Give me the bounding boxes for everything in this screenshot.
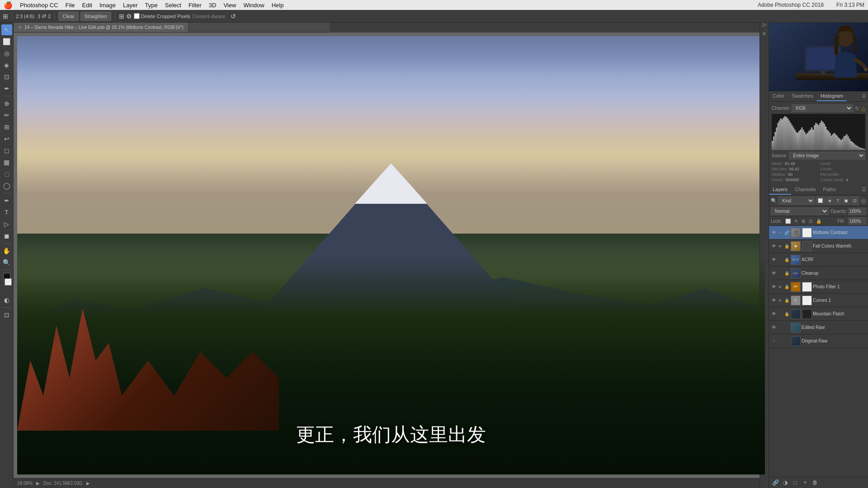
opacity-input[interactable] (848, 208, 866, 215)
reset-icon[interactable]: ↺ (231, 13, 236, 20)
layer-item[interactable]: 👁 🔒 ACR ACRF (769, 253, 868, 267)
background-color[interactable] (5, 278, 12, 286)
delete-layer-icon[interactable]: 🗑 (811, 479, 820, 487)
grid-icon[interactable]: ⊞ (119, 13, 124, 20)
kind-filter-select[interactable]: Kind (778, 197, 815, 205)
layer-lock-icon[interactable]: 🔒 (783, 297, 790, 304)
layer-expand[interactable]: ▶ (778, 297, 783, 304)
tab-paths[interactable]: Paths (820, 185, 840, 195)
layer-item[interactable]: 👁 ▶ 🔒 ◈ Fall Colors Warmth (769, 239, 868, 253)
tab-histogram[interactable]: Histogram (817, 91, 847, 101)
channel-select[interactable]: RGB Red Green Blue (792, 104, 853, 112)
layer-item[interactable]: 👁 🔒 IMG Cleanup (769, 267, 868, 280)
layer-visibility-toggle[interactable]: 👁 (771, 338, 777, 344)
filter-type-icon[interactable]: T (835, 197, 842, 205)
layer-lock-icon[interactable]: 🔒 (783, 284, 790, 290)
status-arrow2[interactable]: ▶ (86, 481, 90, 486)
layer-lock-icon[interactable]: 🔒 (783, 270, 790, 277)
dodge-tool[interactable]: ◯ (1, 180, 12, 191)
menu-item-filter[interactable]: Filter (189, 2, 202, 9)
menu-item-image[interactable]: Image (99, 2, 116, 9)
clone-stamp-tool[interactable]: ⊞ (1, 122, 12, 132)
document-tab[interactable]: ✕ 14 – Sierra Nevada Hike – Live Edit.ps… (14, 23, 189, 32)
path-select-tool[interactable]: ▷ (1, 219, 12, 230)
layer-visibility-toggle[interactable]: 👁 (771, 243, 777, 249)
layer-lock-icon[interactable]: 🔒 (783, 257, 790, 263)
layer-expand[interactable]: ▶ (778, 243, 783, 249)
add-adjustment-icon[interactable]: ◑ (781, 479, 790, 487)
history-brush-tool[interactable]: ↩ (1, 133, 12, 144)
lock-pixel-icon[interactable]: ⬜ (785, 219, 791, 224)
filter-adjust-icon[interactable]: ◈ (826, 197, 834, 205)
layer-item[interactable]: 👁 ▶ 🔒 PF Photo Filter 1 (769, 280, 868, 294)
blend-mode-select[interactable]: Normal Multiply Screen Overlay (771, 207, 829, 215)
tab-color[interactable]: Color (769, 91, 788, 101)
zoom-tool[interactable]: 🔍 (1, 257, 12, 268)
lock-all-icon[interactable]: 🔒 (816, 219, 821, 224)
tab-layers[interactable]: Layers (769, 185, 791, 195)
filter-smart-icon[interactable]: ⊡ (851, 197, 859, 205)
layer-filters-icon[interactable]: 🔗 (771, 479, 780, 487)
crop-tool[interactable]: ⊡ (1, 71, 12, 82)
layer-item[interactable]: 👁 🔒 Mountain Patch (769, 307, 868, 321)
status-arrow[interactable]: ▶ (36, 481, 40, 486)
quick-mask-mode[interactable]: ◐ (1, 295, 12, 305)
clear-button[interactable]: Clear (58, 12, 78, 21)
menu-item-edit[interactable]: Edit (82, 2, 92, 9)
layer-item[interactable]: 👁 ▶ 🔗 ☰ Midtone Contrast (769, 226, 868, 239)
blur-tool[interactable]: ◌ (1, 169, 12, 179)
layer-visibility-toggle[interactable]: 👁 (771, 297, 777, 304)
add-layer-icon[interactable]: + (801, 479, 810, 487)
filter-pixel-icon[interactable]: ⬜ (816, 197, 825, 205)
pen-tool[interactable]: ✒ (1, 195, 12, 206)
marquee-tool[interactable]: ⬜ (1, 36, 12, 47)
layer-visibility-toggle[interactable]: 👁 (771, 311, 777, 317)
straighten-button[interactable]: Straighten (80, 12, 111, 21)
layer-visibility-toggle[interactable]: 👁 (771, 324, 777, 331)
layer-visibility-toggle[interactable]: 👁 (771, 230, 777, 236)
healing-tool[interactable]: ⊕ (1, 98, 12, 109)
delete-cropped-checkbox[interactable] (134, 13, 140, 19)
delete-cropped-label[interactable]: Delete Cropped Pixels (134, 13, 190, 19)
fill-input[interactable] (848, 217, 866, 225)
panel-icon-3[interactable]: ≡ (761, 30, 768, 37)
layer-link-icon[interactable]: 🔗 (783, 230, 790, 236)
layer-item[interactable]: 👁 Edited Raw (769, 321, 868, 334)
layer-visibility-toggle[interactable]: 👁 (771, 270, 777, 277)
filter-shape-icon[interactable]: ◼ (842, 197, 850, 205)
menu-item-type[interactable]: Type (145, 2, 158, 9)
settings-icon[interactable]: ⚙ (126, 13, 132, 20)
layer-expand[interactable]: ▶ (778, 230, 783, 236)
gradient-tool[interactable]: ▦ (1, 157, 12, 168)
lock-transform-icon[interactable]: ⊞ (802, 219, 805, 224)
tab-swatches[interactable]: Swatches (788, 91, 817, 101)
swap-icon[interactable]: ⇄ (42, 13, 46, 19)
layer-item[interactable]: 👁 ▶ 🔒 C Curves 1 (769, 294, 868, 307)
eyedropper-tool[interactable]: ✒ (1, 83, 12, 94)
panel-menu-icon[interactable]: ☰ (860, 91, 868, 101)
screen-mode[interactable]: ⊡ (1, 310, 12, 320)
lock-position-icon[interactable]: ✎ (794, 219, 798, 224)
menu-item-3d[interactable]: 3D (209, 2, 217, 9)
menu-item-layer[interactable]: Layer (123, 2, 138, 9)
layer-expand[interactable]: ▶ (778, 284, 783, 290)
layers-filter-toggle[interactable]: ◎ (861, 197, 866, 204)
doc-close[interactable]: ✕ (18, 25, 22, 30)
histogram-refresh-icon[interactable]: ↻ (855, 105, 859, 112)
lasso-tool[interactable]: ◎ (1, 48, 12, 59)
menu-item-view[interactable]: View (223, 2, 236, 9)
shape-tool[interactable]: ◼ (1, 230, 12, 241)
move-tool[interactable]: ↖ (1, 24, 12, 35)
tab-channels[interactable]: Channels (791, 185, 819, 195)
layers-menu-icon[interactable]: ☰ (860, 185, 868, 195)
apple-icon[interactable]: 🍎 (4, 1, 13, 9)
source-select[interactable]: Entire Image Selected Layer (789, 152, 865, 160)
menu-item-help[interactable]: Help (272, 2, 284, 9)
layer-visibility-toggle[interactable]: 👁 (771, 257, 777, 263)
layer-item[interactable]: 👁 Original Raw (769, 334, 868, 348)
menu-item-window[interactable]: Window (243, 2, 264, 9)
brush-tool[interactable]: ✏ (1, 110, 12, 121)
menu-item-select[interactable]: Select (165, 2, 181, 9)
hand-tool[interactable]: ✋ (1, 245, 12, 256)
layer-lock-icon[interactable]: 🔒 (783, 243, 790, 249)
